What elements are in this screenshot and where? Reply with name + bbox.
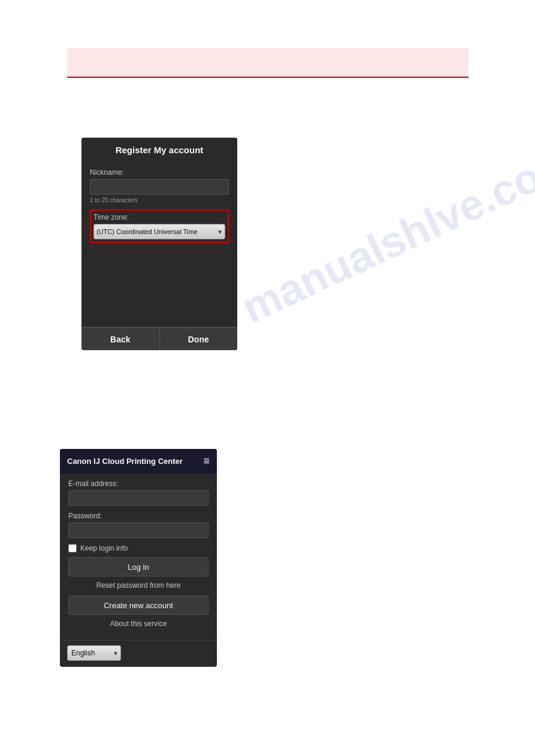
- login-panel-body: E-mail address: Password: Keep login inf…: [60, 473, 217, 640]
- timezone-label: Time zone:: [93, 213, 225, 221]
- keep-login-checkbox[interactable]: [68, 544, 77, 552]
- email-input[interactable]: [68, 490, 208, 506]
- password-label: Password:: [68, 512, 208, 520]
- about-service-button[interactable]: About this service: [68, 620, 208, 628]
- language-footer: English Japanese French German Spanish ▼: [60, 640, 217, 667]
- login-button[interactable]: Log in: [68, 557, 208, 576]
- back-button[interactable]: Back: [81, 327, 160, 350]
- language-select[interactable]: English Japanese French German Spanish: [67, 645, 121, 661]
- timezone-select-wrapper: (UTC-12:00) International Date Line West…: [93, 224, 225, 239]
- keep-login-label: Keep login info: [80, 544, 128, 552]
- dialog-spacer: [90, 249, 229, 321]
- timezone-section: Time zone: (UTC-12:00) International Dat…: [90, 210, 229, 243]
- app-title: Canon IJ Cloud Printing Center: [67, 457, 183, 466]
- nickname-hint: 1 to 20 characters: [90, 197, 229, 204]
- nickname-label: Nickname:: [90, 168, 229, 177]
- login-panel: Canon IJ Cloud Printing Center ≡ E-mail …: [60, 449, 217, 667]
- create-account-button[interactable]: Create new account: [68, 596, 208, 615]
- register-dialog-title: Register My account: [81, 138, 237, 162]
- timezone-select[interactable]: (UTC-12:00) International Date Line West…: [93, 224, 225, 239]
- register-dialog-body: Nickname: 1 to 20 characters Time zone: …: [81, 162, 237, 327]
- language-select-wrapper: English Japanese French German Spanish ▼: [67, 645, 121, 661]
- watermark: manualshlve.com: [234, 135, 535, 333]
- register-dialog: Register My account Nickname: 1 to 20 ch…: [81, 138, 237, 350]
- login-panel-header: Canon IJ Cloud Printing Center ≡: [60, 449, 217, 473]
- password-input[interactable]: [68, 523, 208, 538]
- done-button[interactable]: Done: [160, 327, 238, 350]
- keep-login-row: Keep login info: [68, 544, 208, 552]
- top-banner: [67, 48, 468, 78]
- email-label: E-mail address:: [68, 479, 208, 488]
- reset-password-button[interactable]: Reset password from here: [68, 581, 208, 590]
- dialog-footer: Back Done: [81, 327, 237, 350]
- hamburger-icon[interactable]: ≡: [203, 455, 210, 467]
- nickname-input[interactable]: [90, 179, 229, 195]
